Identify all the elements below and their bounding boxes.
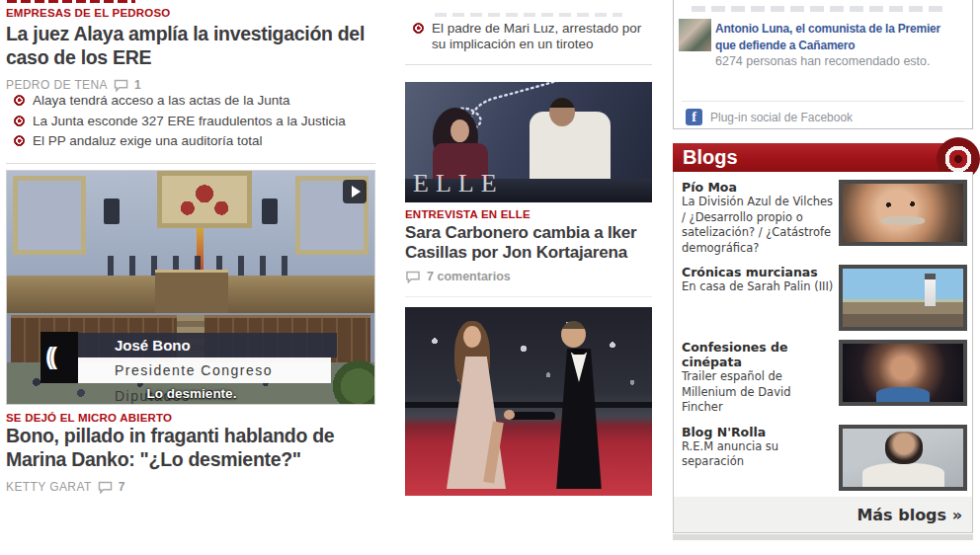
comment-bubble-icon [114,79,128,92]
video-thumbnail[interactable]: (( José Bono Presidente Congreso Diputad… [6,170,375,405]
news-homepage: EMPRESAS DE EL PEDROSO La juez Alaya amp… [0,0,980,555]
facebook-story-link[interactable]: Antonio Luna, el comunista de la Premier… [715,21,956,53]
facebook-plugin: Antonio Luna, el comunista de la Premier… [673,0,973,129]
divider [405,64,652,65]
facebook-recommendations: 6274 personas han recomendado esto. [715,54,956,68]
blog-entry-text: Crónicas murcianas En casa de Sarah Pali… [682,265,835,331]
clipped-text-fragment [692,6,943,12]
play-button-icon[interactable] [343,180,367,203]
story-headline[interactable]: Bono, pillado in fraganti hablando de Ma… [6,425,379,471]
blog-entry: Pío Moa La División Azul de Vilches / ¿D… [682,180,967,256]
divider [405,296,652,297]
related-link-text: Alaya tendrá acceso a las actas de la Ju… [33,93,289,109]
blog-entry: Confesiones de cinépata Trailer español … [682,340,967,416]
comment-bubble-icon [405,271,421,283]
blog-title-link[interactable]: Confesiones de cinépata [682,340,835,369]
barrier [405,402,652,408]
comments-link-text: 7 comentarios [427,270,511,283]
actress-face [463,326,481,348]
comment-bubble-icon [98,481,113,494]
congress-panel-left [13,176,86,255]
blog-entry-text: Blog N'Rolla R.E.M anuncia su separación [682,425,835,491]
facebook-plugin-label: Plug-in social de Facebook [710,111,853,124]
more-blogs-bar: Más blogs » [674,497,972,532]
blog-post-link[interactable]: R.E.M anuncia su separación [682,439,835,470]
facebook-footer: f Plug-in social de Facebook [686,109,853,125]
elle-watermark: ELLE [413,169,504,198]
clipped-text-fragment [7,0,135,3]
related-link[interactable]: Alaya tendrá acceso a las actas de la Ju… [14,93,375,109]
bullseye-icon [14,95,25,106]
brief-link[interactable]: El padre de Mari Luz, arrestado por su i… [413,21,650,51]
clipped-text-fragment [435,13,622,17]
blogs-list: Pío Moa La División Azul de Vilches / ¿D… [673,172,973,533]
blog-title-link[interactable]: Crónicas murcianas [682,265,835,279]
mustache [881,216,925,225]
byline-author: KETTY GARAT [6,480,92,494]
related-link-text: La Junta esconde 327 ERE fraudulentos a … [33,114,346,129]
video-subtitle: Lo desmiente. [7,386,375,401]
blue-shirt [876,387,930,404]
blog-thumbnail[interactable] [839,340,967,406]
coat-of-arms-tapestry [157,171,252,228]
podium [155,270,228,313]
related-link-text: El PP andaluz exige una auditoría total [33,133,262,149]
caption-speaker-name: José Bono [78,333,337,357]
comment-count[interactable]: 1 [134,78,141,92]
blog-thumbnail[interactable] [839,425,967,491]
facebook-story-thumbnail[interactable] [679,19,711,51]
brief-link-text: El padre de Mari Luz, arrestado por su i… [432,21,650,51]
bullseye-icon [14,116,25,126]
congress-speaker-box-left [104,198,120,224]
byline-row: KETTY GARAT 7 [6,480,125,494]
blog-thumbnail[interactable] [839,180,967,246]
byline-row: PEDRO DE TENA 1 [6,78,141,92]
divider [682,101,964,102]
hand [504,410,515,420]
story-headline[interactable]: La juez Alaya amplía la investigación de… [6,23,379,69]
blog-title-link[interactable]: Blog N'Rolla [682,425,835,439]
actor-head [561,321,586,348]
blog-entry-text: Confesiones de cinépata Trailer español … [682,340,835,416]
related-link[interactable]: El PP andaluz exige una auditoría total [14,133,375,149]
blogs-header-title: Blogs [683,143,738,172]
elle-photo[interactable]: ELLE [405,82,652,202]
related-link[interactable]: La Junta esconde 327 ERE fraudulentos a … [14,114,375,129]
white-shirt [862,463,944,488]
congress-speaker-box-right [262,198,278,224]
story-kicker[interactable]: EMPRESAS DE EL PEDROSO [6,7,171,19]
byline-author: PEDRO DE TENA [6,78,108,92]
divider [6,163,375,164]
facebook-icon: f [686,109,702,125]
right-column: Antonio Luna, el comunista de la Premier… [673,0,973,555]
actor-bowtie [572,349,586,355]
blog-entry: Crónicas murcianas En casa de Sarah Pali… [682,265,967,331]
blog-post-link[interactable]: La División Azul de Vilches / ¿Desarroll… [682,195,835,256]
story-kicker[interactable]: ENTREVISTA EN ELLE [405,208,531,220]
woman-face [450,119,469,142]
blogs-header-bar: Blogs [673,143,973,172]
red-carpet-photo[interactable] [405,307,652,496]
man-head [549,98,575,126]
comment-count[interactable]: 7 [119,480,125,494]
story-kicker[interactable]: SE DEJÓ EL MICRO ABIERTO [6,412,172,424]
left-column: EMPRESAS DE EL PEDROSO La juez Alaya amp… [6,0,375,555]
blog-entry-text: Pío Moa La División Azul de Vilches / ¿D… [682,180,835,256]
bearded-head [885,432,923,464]
blogs-bottom-strip [673,534,973,540]
lighthouse [925,274,936,306]
more-blogs-link[interactable]: Más blogs » [857,506,962,524]
blog-title-link[interactable]: Pío Moa [682,180,835,195]
holding-hands [508,412,555,420]
related-links: Alaya tendrá acceso a las actas de la Ju… [14,93,375,154]
caption-speaker-role: Presidente Congreso Diputados [78,357,331,383]
comments-link[interactable]: 7 comentarios [405,270,511,283]
blog-post-link[interactable]: En casa de Sarah Palin (III) [682,279,835,295]
blog-post-link[interactable]: Trailer español de Millenium de David Fi… [682,369,835,416]
bullseye-icon [413,23,424,34]
blog-thumbnail[interactable] [839,265,967,331]
story-headline[interactable]: Sara Carbonero cambia a Iker Casillas po… [405,223,652,263]
bullseye-icon [14,135,25,146]
quote-icon: (( [41,332,78,383]
middle-column: El padre de Mari Luz, arrestado por su i… [405,0,652,555]
